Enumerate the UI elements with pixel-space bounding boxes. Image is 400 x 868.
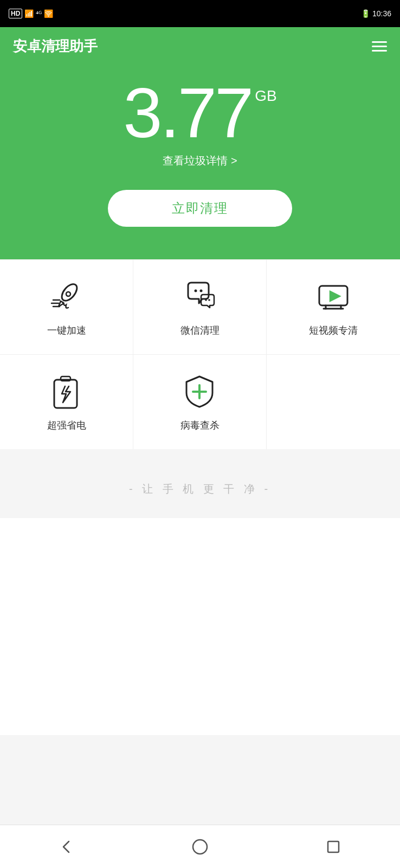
svg-point-18 [193,840,207,854]
nav-recent-button[interactable] [317,831,350,863]
svg-point-7 [205,299,207,301]
svg-rect-15 [61,376,70,381]
video-icon [314,277,353,316]
storage-number: 3.77 [123,78,251,148]
svg-point-6 [199,290,202,292]
feature-battery[interactable]: 超强省电 [0,355,133,449]
menu-line-3 [372,50,387,52]
storage-display: 3.77 GB [123,78,277,148]
signal-icon: 📶 [24,9,34,18]
app-title: 安卓清理助手 [13,37,98,56]
signal2-icon: ⁴ᴳ [36,10,42,18]
feature-speed[interactable]: 一键加速 [0,260,133,355]
nav-bar [0,825,400,868]
time-display: 10:36 [372,9,391,18]
speed-icon [47,277,86,316]
status-left-icons: HD 📶 ⁴ᴳ 🛜 [9,9,53,18]
video-label: 短视频专清 [309,324,358,337]
wifi-icon: 🛜 [44,9,53,18]
menu-line-2 [372,46,387,47]
wechat-icon [180,277,220,316]
status-right-icons: 🔋 10:36 [361,9,391,18]
hero-section: 3.77 GB 查看垃圾详情 > 立即清理 [0,56,400,259]
virus-icon [180,372,220,411]
speed-label: 一键加速 [47,324,86,337]
slogan-section: - 让 手 机 更 干 净 - [0,449,400,518]
battery-label: 超强省电 [47,419,86,432]
svg-rect-19 [328,841,339,852]
hd-icon: HD [9,9,22,18]
white-space [0,518,400,735]
grid-empty [267,355,400,449]
wechat-label: 微信清理 [180,324,220,337]
svg-point-1 [66,292,70,296]
slogan-text: - 让 手 机 更 干 净 - [129,482,271,496]
storage-unit: GB [255,87,276,105]
feature-grid-row1: 一键加速 微信清理 [0,259,400,355]
menu-button[interactable] [372,41,387,52]
clean-button[interactable]: 立即清理 [108,190,292,227]
feature-video[interactable]: 短视频专清 [267,260,400,355]
detail-link[interactable]: 查看垃圾详情 > [163,154,237,168]
svg-point-8 [208,299,210,301]
app-header: 安卓清理助手 [0,27,400,56]
nav-back-button[interactable] [50,831,83,863]
menu-line-1 [372,41,387,43]
feature-wechat[interactable]: 微信清理 [133,260,267,355]
feature-virus[interactable]: 病毒查杀 [133,355,267,449]
feature-grid-row2: 超强省电 病毒查杀 [0,355,400,449]
battery-icon [47,372,86,411]
status-bar: HD 📶 ⁴ᴳ 🛜 🔋 10:36 [0,0,400,27]
svg-point-5 [194,290,197,292]
svg-marker-10 [330,291,340,301]
virus-label: 病毒查杀 [180,419,220,432]
battery-icon: 🔋 [361,9,370,18]
nav-home-button[interactable] [184,831,216,863]
